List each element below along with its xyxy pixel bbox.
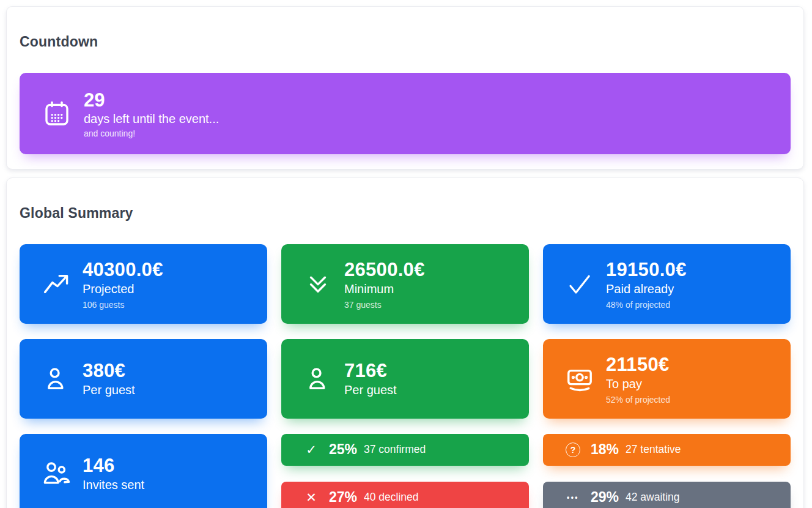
stat-text: 146 Invites sent [83, 454, 144, 493]
status-percent: 29% [591, 489, 619, 506]
banknote-icon [565, 364, 594, 394]
countdown-card: Countdown 29 days left until the event..… [6, 6, 804, 170]
stat-tile-per-guest-projected: 380€ Per guest [20, 339, 267, 419]
countdown-banner: 29 days left until the event... and coun… [20, 73, 791, 154]
countdown-banner-text: 29 days left until the event... and coun… [84, 89, 219, 138]
chevrons-down-icon [303, 269, 333, 299]
status-tile-confirmed: ✓ 25% 37 confirmed [281, 434, 529, 466]
status-percent: 25% [329, 441, 357, 458]
stat-tile-projected: 40300.0€ Projected 106 guests [20, 244, 267, 324]
stat-label: Per guest [83, 383, 135, 398]
stat-value: 716€ [344, 359, 397, 382]
stat-value: 40300.0€ [83, 258, 163, 281]
x-icon: ✕ [302, 491, 320, 504]
ellipsis-icon: ••• [564, 494, 582, 501]
stat-tile-minimum: 26500.0€ Minimum 37 guests [281, 244, 529, 324]
stat-text: 19150.0€ Paid already 48% of projected [606, 258, 687, 310]
stat-tile-invites-sent: 146 Invites sent [20, 434, 267, 508]
stat-label: Projected [83, 282, 163, 297]
status-tile-declined: ✕ 27% 40 declined [281, 482, 529, 508]
countdown-sublabel: and counting! [84, 129, 219, 138]
stat-label: Per guest [344, 383, 397, 398]
global-summary-card: Global Summary 40300.0€ Projected 106 gu… [6, 177, 804, 508]
stat-value: 380€ [83, 359, 135, 382]
stat-label: Invites sent [83, 477, 144, 493]
person-icon [42, 364, 71, 394]
status-label: 37 confirmed [364, 443, 426, 456]
stat-value: 146 [83, 454, 144, 477]
stat-text: 26500.0€ Minimum 37 guests [344, 258, 425, 310]
global-summary-title: Global Summary [20, 206, 791, 221]
stat-value: 26500.0€ [344, 258, 425, 281]
stat-sublabel: 37 guests [344, 300, 425, 310]
status-tile-tentative: ? 18% 27 tentative [543, 434, 791, 466]
calendar-icon [42, 99, 72, 129]
stat-value: 21150€ [606, 353, 670, 376]
stat-tile-paid-already: 19150.0€ Paid already 48% of projected [543, 244, 791, 324]
stat-text: 716€ Per guest [344, 359, 397, 398]
stat-label: Minimum [344, 282, 425, 297]
trending-up-icon [42, 269, 71, 299]
stat-tile-per-guest-minimum: 716€ Per guest [281, 339, 529, 419]
stat-tile-to-pay: 21150€ To pay 52% of projected [543, 339, 791, 419]
person-icon [303, 364, 333, 394]
summary-grid: 40300.0€ Projected 106 guests 26500.0€ M… [20, 244, 791, 508]
stat-sublabel: 106 guests [83, 300, 163, 310]
stat-label: To pay [606, 376, 670, 392]
status-label: 27 tentative [626, 443, 681, 456]
status-percent: 27% [329, 489, 357, 506]
stat-text: 40300.0€ Projected 106 guests [83, 258, 163, 310]
countdown-card-title: Countdown [20, 34, 791, 50]
check-icon: ✓ [302, 443, 320, 456]
rsvp-stack-left: ✓ 25% 37 confirmed ✕ 27% 40 declined [281, 434, 529, 508]
stat-label: Paid already [606, 282, 687, 297]
countdown-days-value: 29 [84, 89, 219, 111]
stat-text: 21150€ To pay 52% of projected [606, 353, 670, 405]
stat-text: 380€ Per guest [83, 359, 135, 398]
status-percent: 18% [591, 441, 619, 458]
stat-value: 19150.0€ [606, 258, 687, 281]
dashboard-page: Countdown 29 days left until the event..… [0, 0, 812, 508]
question-circle-icon: ? [564, 443, 582, 457]
status-label: 40 declined [364, 491, 419, 504]
status-label: 42 awaiting [626, 491, 680, 504]
people-icon [42, 459, 71, 488]
countdown-days-label: days left until the event... [84, 111, 219, 127]
rsvp-stack-right: ? 18% 27 tentative ••• 29% 42 awaiting [543, 434, 791, 508]
stat-sublabel: 48% of projected [606, 300, 687, 310]
stat-sublabel: 52% of projected [606, 395, 670, 405]
check-icon [565, 269, 594, 299]
status-tile-awaiting: ••• 29% 42 awaiting [543, 482, 791, 508]
